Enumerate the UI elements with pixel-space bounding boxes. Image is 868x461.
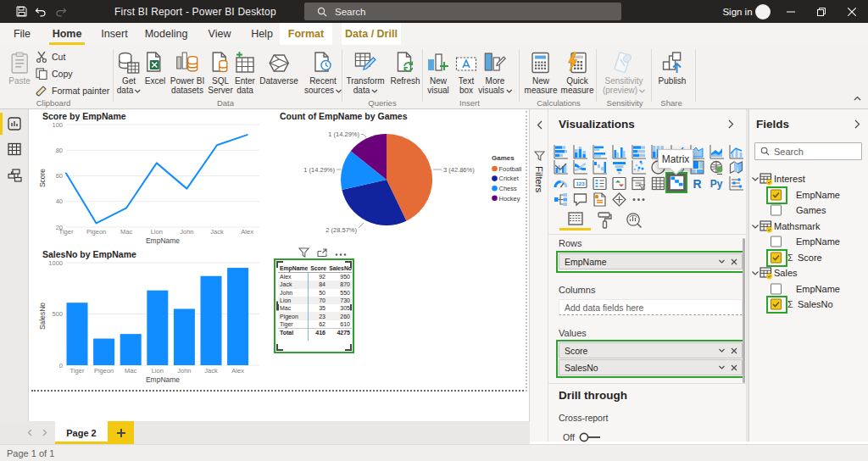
redo-button[interactable]	[53, 0, 70, 23]
viz-type-card[interactable]: 123	[571, 175, 588, 192]
avatar[interactable]	[755, 4, 771, 19]
field-row-salesno[interactable]: ΣSalesNo	[749, 297, 868, 313]
visual-selection-frame[interactable]: EmpNameScoreSalesNoAlex92950Jack84870Joh…	[274, 258, 354, 353]
menu-tab-view[interactable]: View	[202, 23, 237, 45]
undo-button[interactable]	[32, 0, 49, 23]
columns-well-placeholder[interactable]: Add data fields here	[559, 299, 743, 315]
field-row-empname[interactable]: EmpName	[749, 234, 868, 250]
menu-tab-data-drill[interactable]: Data / Drill	[342, 23, 401, 45]
bar-chart-visual[interactable]: SalesNo by EmpName10005000TigerPigeonMac…	[38, 248, 267, 386]
ribbon-button-paste[interactable]: Paste	[8, 49, 31, 86]
collapse-visualizations-icon[interactable]	[728, 119, 734, 129]
viz-type-python-visual[interactable]: Py	[708, 175, 725, 192]
sidebar-item-data-view[interactable]	[8, 142, 21, 156]
viz-type-stacked-column-chart[interactable]	[571, 143, 588, 160]
viz-type-key-influencers[interactable]	[610, 192, 627, 208]
ribbon-button-recent-sources[interactable]: Recentsources	[304, 49, 342, 95]
menu-tab-home[interactable]: Home	[49, 23, 85, 45]
next-page-arrow[interactable]	[42, 429, 47, 436]
viz-type-more-visuals[interactable]	[630, 192, 647, 208]
expand-filters-icon[interactable]	[537, 120, 542, 130]
ribbon-button-transform-data[interactable]: Transformdata	[346, 49, 384, 95]
save-button[interactable]	[13, 0, 30, 23]
viz-type-waterfall-chart[interactable]	[591, 159, 608, 176]
field-row-empname[interactable]: EmpName	[749, 281, 868, 297]
matrix-visual[interactable]: EmpNameScoreSalesNoAlex92950Jack84870Joh…	[274, 247, 354, 354]
resize-handle-bl[interactable]	[276, 344, 283, 351]
viz-type-clustered-column-chart[interactable]	[610, 143, 627, 160]
collapse-table-icon[interactable]	[752, 177, 759, 181]
viz-type-map[interactable]	[708, 159, 725, 176]
viz-type-table[interactable]	[649, 175, 666, 192]
viz-type-slicer[interactable]	[630, 175, 647, 192]
ribbon-button-power-bi-datasets[interactable]: Power BIdatasets	[170, 49, 205, 95]
fields-table-sales[interactable]: Sales	[749, 265, 868, 281]
viz-type-stacked-bar-chart[interactable]	[552, 143, 569, 160]
viz-type-filled-map[interactable]	[727, 159, 744, 176]
ribbon-button-format-painter[interactable]: Format painter	[36, 85, 109, 97]
field-row-score[interactable]: ΣScore	[749, 250, 868, 266]
new-page-button[interactable]	[108, 421, 134, 444]
focus-mode-icon[interactable]	[317, 248, 327, 258]
restore-icon[interactable]	[805, 0, 837, 23]
line-chart-visual[interactable]: Score by EmpName10080604020TigerPigeonMa…	[38, 110, 267, 246]
menu-tab-file[interactable]: File	[4, 23, 40, 45]
ribbon-button-excel[interactable]: Excel	[145, 49, 165, 86]
field-row-games[interactable]: Games	[749, 203, 868, 219]
minimize-icon[interactable]	[775, 0, 806, 23]
cross-report-toggle[interactable]: Off	[563, 432, 601, 442]
ribbon-button-new-visual[interactable]: Newvisual	[427, 49, 449, 95]
field-checkbox[interactable]	[771, 236, 782, 247]
viz-type-stacked-area-chart[interactable]	[708, 143, 725, 160]
field-checkbox[interactable]	[771, 205, 782, 216]
menu-tab-format[interactable]: Format	[280, 23, 332, 45]
ribbon-button-sql-server[interactable]: SQLServer	[208, 49, 232, 95]
field-checkbox[interactable]	[771, 283, 782, 294]
scrollbar-thumb[interactable]	[743, 238, 745, 383]
viz-type-scatter-chart[interactable]	[630, 159, 647, 176]
ribbon-button-dataverse[interactable]: Dataverse	[259, 49, 298, 86]
fields-search-input[interactable]: Search	[754, 142, 862, 160]
filters-pane-title[interactable]: Filters	[534, 166, 544, 192]
ribbon-button-sensitivity-preview[interactable]: Sensitivity(preview)	[603, 49, 645, 95]
filter-icon[interactable]	[298, 247, 309, 258]
matrix-column-header[interactable]: EmpName	[280, 265, 308, 271]
ribbon-button-enter-data[interactable]: Enterdata	[234, 49, 256, 95]
ribbon-button-text-box[interactable]: Textbox	[455, 49, 477, 95]
collapse-table-icon[interactable]	[752, 225, 759, 229]
viz-type-line-stacked-column-chart[interactable]	[727, 143, 744, 160]
fields-tab[interactable]	[566, 212, 585, 225]
search-input[interactable]: Search	[304, 3, 621, 20]
report-canvas[interactable]: Score by EmpName10080604020TigerPigeonMa…	[30, 109, 528, 421]
page-tab-page-2[interactable]: Page 2	[55, 421, 108, 444]
matrix-column-header[interactable]: Score	[310, 265, 326, 271]
fields-table-mathsmark[interactable]: Mathsmark	[749, 219, 868, 235]
menu-tab-help[interactable]: Help	[244, 23, 280, 45]
viz-type-decomposition-tree[interactable]	[552, 192, 569, 208]
ribbon-button-publish[interactable]: Publish	[659, 49, 687, 86]
prev-page-arrow[interactable]	[27, 429, 32, 436]
viz-type-paginated-report[interactable]	[591, 192, 608, 208]
viz-type-r-script-visual[interactable]: R	[688, 175, 705, 192]
collapse-table-icon[interactable]	[752, 271, 759, 275]
resize-handle-br[interactable]	[345, 344, 352, 351]
sidebar-item-model-view[interactable]	[8, 169, 22, 182]
sidebar-item-report-view[interactable]	[8, 117, 21, 131]
menu-tab-modeling[interactable]: Modeling	[136, 23, 196, 45]
ribbon-button-quick-measure[interactable]: Quickmeasure	[561, 49, 594, 95]
ribbon-button-copy[interactable]: Copy	[36, 68, 73, 80]
menu-tab-insert[interactable]: Insert	[91, 23, 138, 45]
viz-type-gauge[interactable]	[552, 175, 569, 192]
field-row-empname[interactable]: EmpName	[749, 187, 868, 203]
analytics-tab[interactable]	[626, 212, 643, 229]
ribbon-button-more-visuals[interactable]: Morevisuals	[478, 49, 512, 95]
viz-type-smart-narrative[interactable]	[571, 192, 588, 208]
ribbon-button-new-measure[interactable]: Newmeasure	[525, 49, 558, 95]
viz-type-ribbon-chart[interactable]	[571, 159, 588, 176]
viz-type-multi-row-card[interactable]	[591, 175, 608, 192]
collapse-fields-icon[interactable]	[854, 119, 860, 129]
ribbon-button-get-data[interactable]: Getdata	[117, 49, 141, 95]
close-icon[interactable]	[836, 0, 867, 23]
viz-type-kpi[interactable]	[610, 175, 627, 192]
more-options-icon[interactable]	[335, 253, 347, 256]
